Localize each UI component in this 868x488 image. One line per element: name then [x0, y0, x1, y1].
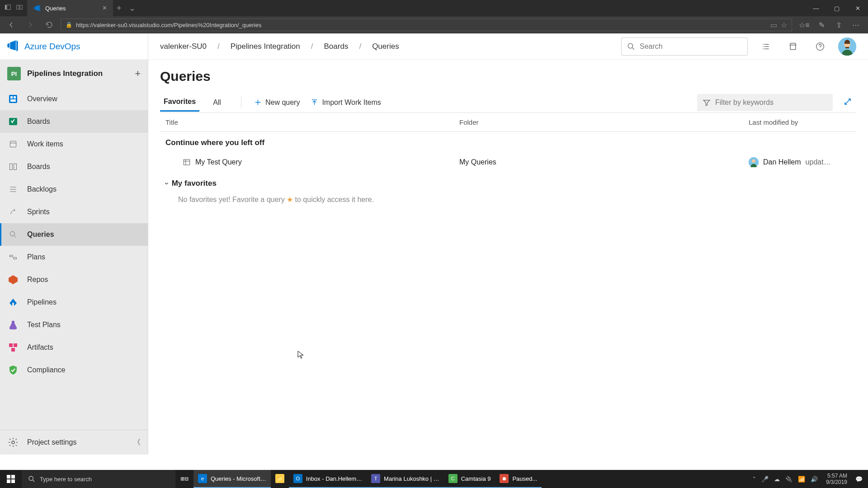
col-modified[interactable]: Last modified by [749, 118, 851, 126]
back-button[interactable] [4, 17, 19, 33]
share-icon[interactable]: ⇪ [834, 21, 844, 29]
app-label: Paused... [512, 475, 537, 482]
taskbar-app-outlook[interactable]: OInbox - Dan.Hellem… [289, 470, 367, 488]
collapse-sidebar-icon[interactable]: 《 [133, 438, 141, 447]
maximize-button[interactable]: ▢ [826, 0, 847, 16]
col-title[interactable]: Title [165, 118, 459, 126]
sidebar-item-repos[interactable]: Repos [0, 268, 148, 291]
sidebar-item-settings[interactable]: Project settings 《 [0, 430, 148, 455]
taskbar-app-edge[interactable]: eQueries - Microsoft… [193, 470, 271, 488]
search-input[interactable] [640, 42, 742, 51]
query-row[interactable]: My Test Query My Queries Dan Hellem upda… [160, 152, 856, 173]
favorite-star-icon[interactable]: ☆ [781, 21, 787, 29]
tray-wifi-icon[interactable]: 📶 [798, 476, 805, 483]
taskbar-app-camtasia[interactable]: CCamtasia 9 [444, 470, 495, 488]
top-header: valenker-SU0 / Pipelines Integration / B… [148, 33, 868, 60]
empty-favorites-message: No favorites yet! Favorite a query ★ to … [160, 192, 856, 206]
sidebar-item-overview[interactable]: Overview [0, 88, 148, 110]
minimize-button[interactable]: — [806, 0, 826, 16]
tray-clock[interactable]: 5:57 AM 9/3/2019 [823, 473, 850, 486]
svg-rect-7 [10, 99, 16, 102]
crumb-org[interactable]: valenker-SU0 [160, 39, 210, 54]
pipelines-icon [7, 296, 19, 308]
project-row[interactable]: PI Pipelines Integration + [0, 60, 148, 88]
sidebar-item-compliance[interactable]: Compliance [0, 359, 148, 381]
taskbar-search[interactable]: Type here to search [22, 470, 175, 488]
crumb-area[interactable]: Boards [321, 39, 352, 54]
filter-input[interactable] [715, 99, 827, 107]
sidebar-item-sprints[interactable]: Sprints [0, 201, 148, 223]
add-icon[interactable]: + [135, 68, 141, 80]
svg-rect-13 [10, 255, 13, 257]
sidebar-item-test-plans[interactable]: Test Plans [0, 314, 148, 336]
notifications-icon[interactable]: 💬 [855, 476, 863, 483]
more-icon[interactable]: ⋯ [851, 21, 861, 29]
tray-mic-icon[interactable]: 🎤 [761, 476, 769, 483]
work-items-icon [7, 138, 19, 150]
tray-volume-icon[interactable]: 🔊 [811, 476, 818, 483]
sidebar-item-plans[interactable]: Plans [0, 246, 148, 268]
marketplace-icon[interactable] [784, 38, 802, 56]
tab-all[interactable]: All [209, 94, 225, 111]
favorites-bar-icon[interactable]: ☆≡ [799, 21, 809, 29]
notes-icon[interactable]: ✎ [816, 21, 826, 29]
svg-rect-14 [14, 258, 17, 259]
backlogs-icon [7, 183, 19, 195]
sidebar-item-boards[interactable]: Boards [0, 110, 148, 133]
sidebar-item-pipelines[interactable]: Pipelines [0, 291, 148, 314]
tab-aside-icon[interactable] [5, 4, 11, 12]
col-folder[interactable]: Folder [459, 118, 749, 126]
close-icon[interactable]: × [103, 4, 107, 12]
app-label: Inbox - Dan.Hellem… [306, 475, 362, 482]
crumb-sep: / [311, 42, 313, 51]
search-icon [627, 42, 635, 51]
new-tab-button[interactable]: + [113, 4, 125, 13]
work-items-icon[interactable] [757, 38, 775, 56]
fullscreen-button[interactable] [839, 95, 856, 110]
tab-dropdown-icon[interactable]: ⌄ [125, 3, 139, 13]
crumb-project[interactable]: Pipelines Integration [227, 39, 304, 54]
svg-rect-0 [5, 5, 7, 10]
svg-rect-3 [20, 5, 22, 9]
help-icon[interactable] [811, 38, 829, 56]
task-view-button[interactable]: ⊞⊟ [175, 470, 193, 488]
search-box[interactable] [621, 38, 748, 56]
sidebar-item-work-items[interactable]: Work items [0, 133, 148, 155]
refresh-button[interactable] [42, 17, 57, 33]
reading-view-icon[interactable]: ▭ [770, 21, 777, 29]
sidebar-item-backlogs[interactable]: Backlogs [0, 178, 148, 201]
browser-tab[interactable]: Queries × [27, 0, 113, 16]
tray-onedrive-icon[interactable]: ☁ [774, 476, 780, 483]
sidebar-item-boards-sub[interactable]: Boards [0, 155, 148, 178]
user-avatar[interactable] [838, 38, 856, 56]
start-button[interactable] [0, 470, 22, 488]
svg-rect-4 [9, 95, 17, 103]
sidebar-item-artifacts[interactable]: Artifacts [0, 336, 148, 359]
sidebar-item-queries[interactable]: Queries [0, 223, 148, 246]
import-work-items-button[interactable]: Import Work Items [306, 95, 385, 110]
group-favorites[interactable]: › My favorites [160, 173, 856, 192]
system-tray[interactable]: ˄ 🎤 ☁ 🔌 📶 🔊 5:57 AM 9/3/2019 💬 [747, 473, 868, 486]
plans-icon [7, 251, 19, 263]
tray-power-icon[interactable]: 🔌 [785, 476, 793, 483]
tab-favorites[interactable]: Favorites [160, 93, 199, 112]
sidebar: Azure DevOps PI Pipelines Integration + … [0, 33, 148, 455]
crumb-page[interactable]: Queries [368, 39, 403, 54]
url-input[interactable] [76, 22, 767, 28]
tray-chevron-icon[interactable]: ˄ [753, 476, 756, 483]
logo-row[interactable]: Azure DevOps [0, 33, 148, 60]
taskbar-app-recorder[interactable]: ⏺Paused... [495, 470, 542, 488]
close-window-button[interactable]: ✕ [847, 0, 868, 16]
new-query-button[interactable]: New query [250, 95, 304, 110]
forward-button[interactable] [23, 17, 38, 33]
filter-box[interactable] [697, 94, 833, 111]
browser-tab-strip: Queries × + ⌄ — ▢ ✕ [0, 0, 868, 16]
nav-label: Project settings [27, 438, 76, 446]
query-title: My Test Query [195, 158, 242, 166]
taskbar: Type here to search ⊞⊟ eQueries - Micros… [0, 470, 868, 488]
taskbar-app-teams[interactable]: TMarina Lukoshko | … [367, 470, 444, 488]
sprints-icon [7, 206, 19, 218]
tab-preview-icon[interactable] [16, 4, 23, 12]
address-bar[interactable]: 🔒 ▭ ☆ [61, 19, 792, 31]
taskbar-app-explorer[interactable]: 📁 [271, 470, 289, 488]
